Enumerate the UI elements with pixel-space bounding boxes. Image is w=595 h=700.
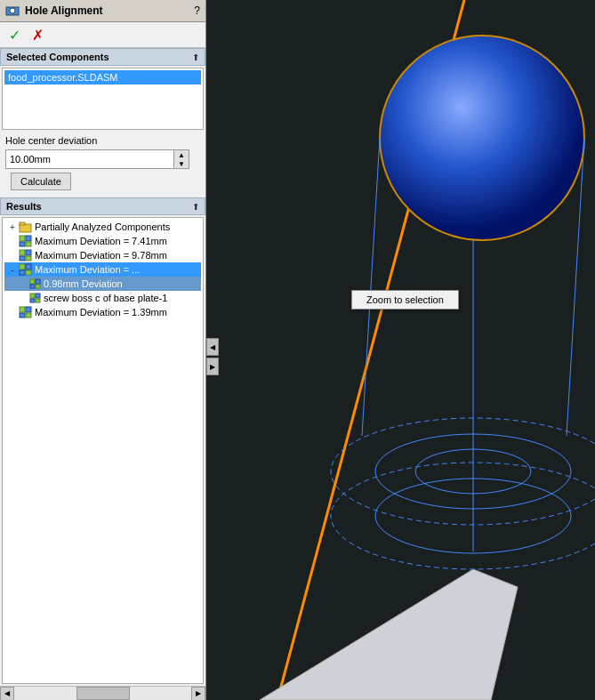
result-text-098: 0.98mm Deviation — [44, 278, 123, 289]
spinner-down-button[interactable]: ▼ — [174, 159, 189, 168]
accept-button[interactable]: ✓ — [5, 26, 23, 44]
svg-rect-25 — [26, 307, 31, 312]
gear-icon-selected — [19, 263, 33, 276]
spinner-up-button[interactable]: ▲ — [174, 150, 189, 159]
selected-components-title: Selected Components — [6, 52, 109, 62]
calculate-button[interactable]: Calculate — [11, 173, 71, 190]
deviation-label: Hole center deviation — [5, 135, 200, 146]
result-text-139: Maximum Deviation = 1.39mm — [35, 307, 167, 318]
result-text-selected: Maximum Deviation = ... — [35, 264, 140, 275]
result-item-max-selected[interactable]: - Maximum Deviation = ... — [4, 262, 201, 277]
result-text-741: Maximum Deviation = 7.41mm — [35, 236, 167, 246]
results-list[interactable]: + Partially Analyzed Components + — [2, 217, 204, 684]
deviation-input-row: ▲ ▼ — [5, 149, 200, 169]
svg-rect-18 — [30, 285, 35, 288]
deviation-section: Hole center deviation ▲ ▼ Calculate — [0, 132, 205, 197]
dialog-title: Hole Alignment — [25, 4, 103, 17]
horizontal-scrollbar[interactable]: ◀ ▶ — [0, 686, 205, 700]
title-bar: Hole Alignment ? — [0, 0, 205, 22]
svg-rect-13 — [26, 264, 31, 270]
svg-rect-21 — [36, 294, 40, 298]
svg-rect-9 — [26, 250, 31, 255]
svg-rect-11 — [26, 256, 31, 261]
result-text-978: Maximum Deviation = 9.78mm — [35, 250, 167, 261]
svg-rect-14 — [20, 270, 25, 275]
collapse-right-button[interactable]: ▶ — [206, 358, 219, 375]
svg-rect-7 — [26, 242, 31, 246]
result-item-098[interactable]: + 0.98mm Deviation — [4, 277, 201, 291]
check-icon: ✓ — [9, 27, 20, 44]
collapse-left-button[interactable]: ◀ — [206, 338, 219, 356]
svg-rect-16 — [30, 279, 35, 284]
svg-rect-10 — [20, 256, 25, 261]
results-header: Results ⬆ — [0, 197, 205, 215]
svg-rect-4 — [20, 236, 25, 241]
help-button[interactable]: ? — [194, 4, 200, 17]
result-text-partially: Partially Analyzed Components — [35, 221, 170, 232]
folder-icon — [19, 221, 33, 233]
result-item-max978[interactable]: + Maximum Deviation = 9.78mm — [4, 248, 201, 262]
svg-rect-23 — [36, 299, 40, 302]
toolbar: ✓ ✗ — [0, 22, 205, 48]
zoom-to-selection-item[interactable]: Zoom to selection — [352, 291, 458, 309]
svg-rect-6 — [20, 242, 25, 246]
svg-rect-17 — [36, 279, 40, 284]
components-list: food_processor.SLDASM — [2, 68, 204, 130]
result-item-screw-boss[interactable]: + screw boss c of base plate-1 — [4, 291, 201, 305]
expand-icon-selected: - — [6, 263, 19, 276]
gear-icon-741 — [19, 235, 33, 247]
result-item-partially-analyzed[interactable]: + Partially Analyzed Components — [4, 220, 201, 234]
hole-alignment-icon — [5, 4, 20, 18]
svg-point-31 — [380, 36, 584, 240]
svg-rect-19 — [36, 285, 40, 288]
scroll-left-button[interactable]: ◀ — [0, 687, 14, 701]
collapse-arrows: ◀ ▶ — [206, 338, 595, 375]
gear-icon-978 — [19, 249, 33, 261]
result-item-max139[interactable]: + Maximum Deviation = 1.39mm — [4, 305, 201, 319]
x-icon: ✗ — [32, 27, 44, 44]
scroll-track[interactable] — [14, 687, 191, 700]
deviation-spinner: ▲ ▼ — [174, 149, 189, 169]
gear-icon-139 — [19, 306, 33, 318]
result-item-max741[interactable]: + Maximum Deviation = 7.41mm — [4, 234, 201, 248]
left-panel: Hole Alignment ? ✓ ✗ Selected Components… — [0, 0, 206, 700]
gear-small-icon-screw — [29, 293, 42, 303]
svg-rect-20 — [30, 294, 35, 298]
context-menu: Zoom to selection — [351, 290, 459, 310]
deviation-input[interactable] — [5, 149, 174, 169]
svg-rect-5 — [26, 236, 31, 241]
cancel-button[interactable]: ✗ — [28, 26, 46, 44]
svg-rect-27 — [26, 313, 31, 318]
viewport[interactable]: Zoom to selection ◀ ▶ — [206, 0, 595, 700]
svg-rect-8 — [20, 250, 25, 255]
selected-components-collapse[interactable]: ⬆ — [192, 52, 199, 62]
gear-small-icon-098 — [29, 278, 42, 289]
svg-rect-3 — [20, 222, 25, 225]
result-text-screw: screw boss c of base plate-1 — [44, 293, 167, 303]
scroll-right-button[interactable]: ▶ — [191, 687, 205, 701]
scroll-thumb[interactable] — [76, 687, 130, 700]
svg-rect-26 — [20, 313, 25, 318]
selected-components-header: Selected Components ⬆ — [0, 48, 205, 66]
svg-rect-12 — [20, 264, 25, 270]
results-title: Results — [6, 201, 42, 212]
results-section: Results ⬆ + Partially Analyzed Component… — [0, 197, 205, 700]
expand-icon-partially: + — [6, 221, 19, 233]
results-collapse[interactable]: ⬆ — [192, 202, 199, 212]
svg-rect-24 — [20, 307, 25, 312]
svg-rect-22 — [30, 299, 35, 302]
svg-rect-15 — [26, 270, 31, 275]
svg-point-1 — [10, 8, 15, 13]
component-item[interactable]: food_processor.SLDASM — [4, 70, 201, 84]
